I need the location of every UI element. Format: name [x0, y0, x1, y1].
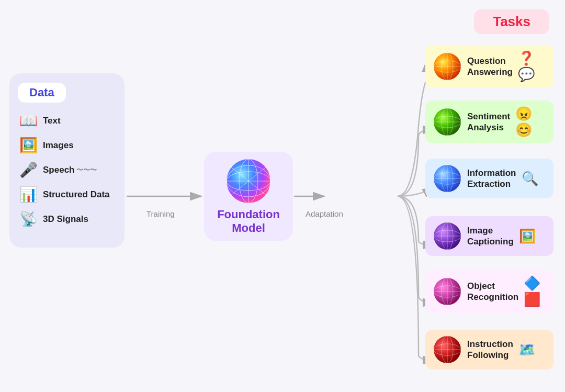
task-card-ie: InformationExtraction 🔍 — [425, 159, 553, 198]
if-sphere-icon — [433, 335, 462, 364]
ie-label: InformationExtraction — [467, 167, 516, 190]
signals-icon: 📡 — [18, 210, 39, 228]
foundation-sphere-icon — [225, 158, 272, 205]
data-item-structured: 📊 Structured Data — [18, 186, 116, 203]
data-item-text: 📖 Text — [18, 112, 116, 129]
structured-label: Structured Data — [43, 189, 110, 200]
task-card-qa: QuestionAnswering ❓💬 — [425, 45, 553, 88]
signals-label: 3D Signals — [43, 214, 88, 225]
sa-label: SentimentAnalysis — [467, 111, 510, 133]
data-title: Data — [29, 86, 54, 99]
data-title-box: Data — [18, 83, 66, 103]
data-item-speech: 🎤 Speech 〜〜〜 — [18, 161, 116, 178]
images-icon: 🖼️ — [18, 137, 39, 154]
ic-label: ImageCaptioning — [467, 225, 514, 248]
foundation-model-box: Foundation Model — [204, 152, 293, 241]
task-card-sa: SentimentAnalysis 😠😊 — [425, 100, 553, 143]
or-icon: 🔷🟥 — [524, 275, 546, 308]
ie-sphere-icon — [433, 164, 462, 193]
sa-sphere-icon — [433, 107, 462, 137]
data-item-images: 🖼️ Images — [18, 137, 116, 154]
if-icon: 🗺️ — [518, 342, 535, 358]
tasks-title: Tasks — [493, 14, 530, 29]
task-card-ic: ImageCaptioning 🖼️ — [425, 216, 553, 256]
qa-icon: ❓💬 — [518, 50, 546, 83]
text-icon: 📖 — [18, 112, 39, 129]
ic-icon: 🖼️ — [519, 228, 536, 244]
text-label: Text — [43, 116, 61, 126]
tasks-title-box: Tasks — [474, 9, 549, 34]
qa-sphere-icon — [433, 52, 462, 81]
task-card-if: InstructionFollowing 🗺️ — [425, 330, 553, 369]
images-label: Images — [43, 140, 74, 151]
training-label: Training — [142, 208, 179, 219]
structured-icon: 📊 — [18, 186, 39, 203]
ic-sphere-icon — [433, 221, 462, 251]
speech-icon: 🎤 — [18, 161, 39, 178]
qa-label: QuestionAnswering — [467, 55, 513, 78]
speech-label: Speech — [43, 165, 74, 175]
or-label: ObjectRecognition — [467, 281, 518, 303]
if-label: InstructionFollowing — [467, 339, 513, 361]
adaptation-label: Adaptation — [301, 208, 347, 219]
foundation-model-title: Foundation Model — [217, 208, 280, 236]
ie-icon: 🔍 — [522, 171, 538, 187]
task-card-or: ObjectRecognition 🔷🟥 — [425, 270, 553, 313]
data-panel: Data 📖 Text 🖼️ Images 🎤 Speech 〜〜〜 📊 Str… — [9, 73, 125, 248]
sa-icon: 😠😊 — [515, 106, 546, 138]
data-item-signals: 📡 3D Signals — [18, 210, 116, 228]
or-sphere-icon — [433, 277, 462, 306]
